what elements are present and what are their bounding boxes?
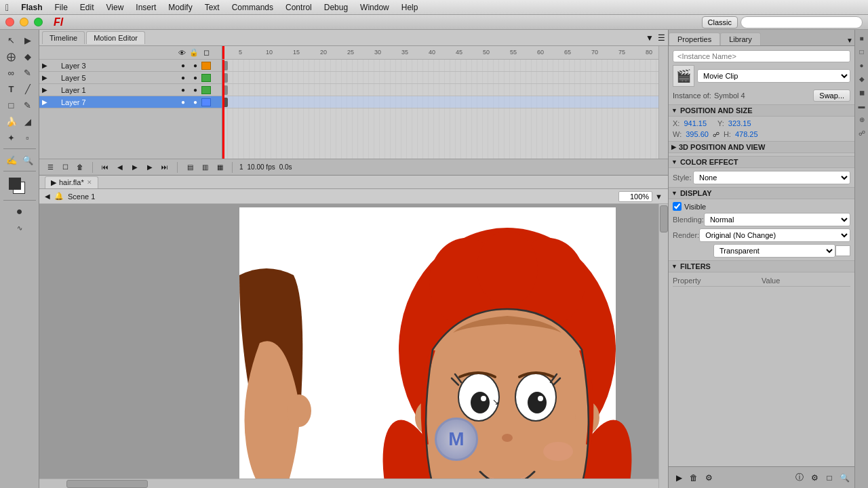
pencil-tool[interactable]: ✎ xyxy=(20,98,35,113)
paint-bucket-tool[interactable]: ◢ xyxy=(20,114,35,129)
add-filter-button[interactable]: ▶ xyxy=(673,472,685,484)
layer-row[interactable]: ▶ Layer 5 ● ● xyxy=(39,72,222,84)
minimize-button[interactable] xyxy=(20,18,28,26)
timeline-scrollbar[interactable] xyxy=(658,46,668,159)
scene-name[interactable]: Scene 1 xyxy=(68,192,95,201)
layer-5-eye[interactable]: ● xyxy=(177,74,189,81)
delete-filter-button[interactable]: 🗑 xyxy=(688,472,700,484)
history-strip-icon[interactable]: ☍ xyxy=(856,127,867,138)
tab-properties[interactable]: Properties xyxy=(669,33,720,45)
zoom-input[interactable] xyxy=(618,191,652,202)
menu-flash[interactable]: Flash xyxy=(16,1,47,14)
layer-row[interactable]: ▶ Layer 7 ● ● xyxy=(39,96,222,108)
onion-settings-button[interactable]: ▦ xyxy=(214,162,225,173)
frames-grid[interactable] xyxy=(222,60,658,159)
delete-layer-button[interactable]: 🗑 xyxy=(75,162,85,173)
style-select[interactable]: None xyxy=(693,171,850,184)
section-filters[interactable]: ▼ FILTERS xyxy=(669,260,854,272)
eyedropper-tool[interactable]: ✦ xyxy=(4,130,19,145)
transparent-select[interactable]: Transparent xyxy=(713,244,835,258)
layer-7-lock[interactable]: ● xyxy=(189,98,201,106)
pen-tool[interactable]: ✎ xyxy=(20,65,35,80)
prev-frame-button[interactable]: ◀ xyxy=(115,162,125,173)
color-picker-box[interactable] xyxy=(835,245,850,256)
gradient-tool[interactable]: ◆ xyxy=(20,49,35,64)
section-3d-position[interactable]: ▶ 3D POSITION AND VIEW xyxy=(669,141,854,153)
hscroll-thumb[interactable] xyxy=(66,480,148,488)
vscroll-thumb[interactable] xyxy=(660,205,668,232)
fill-color[interactable] xyxy=(9,178,21,190)
timeline-options[interactable]: ☰ xyxy=(658,33,665,43)
tab-motion-editor[interactable]: Motion Editor xyxy=(86,31,145,44)
zoom-tool[interactable]: 🔍 xyxy=(20,152,35,167)
section-color-effect[interactable]: ▼ COLOR EFFECT xyxy=(669,156,854,168)
color-strip-icon[interactable]: ◆ xyxy=(856,73,867,84)
y-value[interactable]: 323.15 xyxy=(728,119,751,127)
layer-7-eye[interactable]: ● xyxy=(177,98,189,106)
layer-5-lock[interactable]: ● xyxy=(189,74,201,81)
add-layer-button[interactable]: ☰ xyxy=(45,162,56,173)
properties-strip-icon[interactable]: ■ xyxy=(856,33,867,43)
layer-1-eye[interactable]: ● xyxy=(177,86,189,94)
arrow-tool[interactable]: ↖ xyxy=(4,33,19,47)
section-position-size[interactable]: ▼ POSITION AND SIZE xyxy=(669,104,854,117)
settings-icon[interactable]: ⚙ xyxy=(808,472,821,484)
library-strip-icon[interactable]: □ xyxy=(856,46,867,57)
menu-control[interactable]: Control xyxy=(280,1,317,14)
layer-1-lock[interactable]: ● xyxy=(189,86,201,94)
tab-timeline[interactable]: Timeline xyxy=(42,31,85,44)
timeline-collapse[interactable]: ▼ xyxy=(646,33,654,43)
expand-icon[interactable]: □ xyxy=(823,472,835,484)
canvas-hscrollbar[interactable] xyxy=(39,479,658,488)
classic-dropdown[interactable]: Classic xyxy=(702,16,738,28)
layer-7-color[interactable] xyxy=(201,98,211,106)
onion-outlines-button[interactable]: ▥ xyxy=(199,162,210,173)
h-value[interactable]: 478.25 xyxy=(735,130,758,138)
align-strip-icon[interactable]: ▬ xyxy=(856,100,867,111)
snap-tool[interactable]: ● xyxy=(12,204,27,219)
transform-strip-icon[interactable]: ⊕ xyxy=(856,114,867,125)
visible-checkbox[interactable] xyxy=(673,202,682,211)
tab-library[interactable]: Library xyxy=(720,33,761,45)
line-tool[interactable]: ╱ xyxy=(20,81,35,96)
info-icon[interactable]: ⓘ xyxy=(793,472,806,484)
canvas-stage[interactable]: ↘ M xyxy=(39,204,668,488)
menu-commands[interactable]: Commands xyxy=(226,1,279,14)
smooth-tool[interactable]: ∿ xyxy=(12,220,27,235)
next-frame-button[interactable]: ▶ xyxy=(144,162,155,173)
zoom-icon[interactable]: 🔍 xyxy=(838,472,850,484)
layer-5-color[interactable] xyxy=(201,74,211,82)
color-swatches[interactable] xyxy=(9,178,31,197)
onion-skin-button[interactable]: ▤ xyxy=(184,162,195,173)
menu-modify[interactable]: Modify xyxy=(163,1,197,14)
x-value[interactable]: 941.15 xyxy=(684,119,707,127)
back-arrow[interactable]: ◀ xyxy=(45,192,50,200)
menu-insert[interactable]: Insert xyxy=(130,1,161,14)
filter-options-button[interactable]: ⚙ xyxy=(703,472,715,484)
menu-text[interactable]: Text xyxy=(199,1,225,14)
brush-tool[interactable]: 🍌 xyxy=(4,114,19,129)
panel-options-icon[interactable]: ▼ xyxy=(845,35,854,45)
last-frame-button[interactable]: ⏭ xyxy=(159,162,170,173)
eraser-tool[interactable]: ▫ xyxy=(20,130,35,145)
rect-tool[interactable]: □ xyxy=(4,98,19,113)
play-button[interactable]: ▶ xyxy=(130,162,140,173)
menu-view[interactable]: View xyxy=(101,1,130,14)
layer-row[interactable]: ▶ Layer 1 ● ● xyxy=(39,84,222,96)
zoom-dropdown-icon[interactable]: ▼ xyxy=(655,192,663,201)
type-select[interactable]: Movie Clip xyxy=(697,69,850,83)
subselect-tool[interactable]: ▶ xyxy=(20,33,35,47)
free-transform-tool[interactable]: ⨁ xyxy=(4,49,19,64)
layer-3-color[interactable] xyxy=(201,62,211,70)
add-folder-button[interactable]: ☐ xyxy=(60,162,71,173)
hand-tool[interactable]: ✍ xyxy=(4,152,19,167)
layer-3-lock[interactable]: ● xyxy=(189,62,201,69)
layer-1-color[interactable] xyxy=(201,86,211,94)
first-frame-button[interactable]: ⏮ xyxy=(100,162,111,173)
menu-help[interactable]: Help xyxy=(396,1,424,14)
section-display[interactable]: ▼ DISPLAY xyxy=(669,187,854,199)
search-input[interactable] xyxy=(741,16,863,28)
maximize-button[interactable] xyxy=(34,18,43,26)
w-value[interactable]: 395.60 xyxy=(686,130,709,138)
swap-button[interactable]: Swap... xyxy=(813,89,850,102)
